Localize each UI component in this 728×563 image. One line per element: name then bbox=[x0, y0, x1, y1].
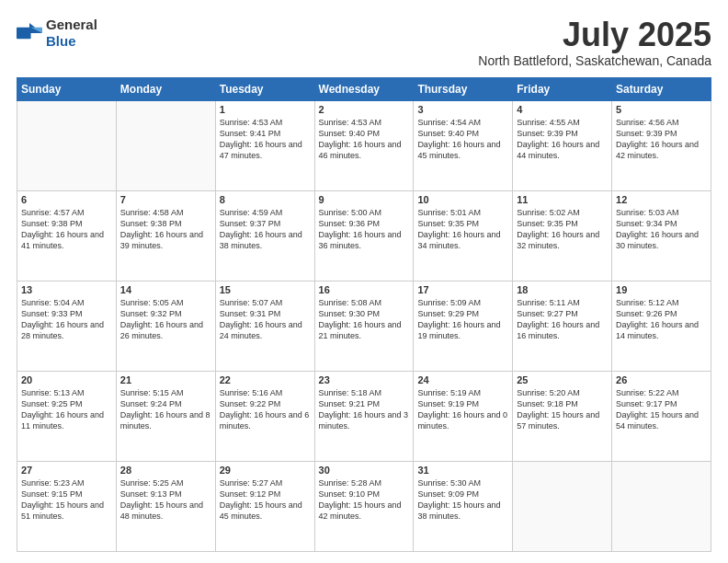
day-number: 26 bbox=[616, 374, 707, 385]
day-info: Sunrise: 5:16 AM Sunset: 9:22 PM Dayligh… bbox=[220, 387, 311, 432]
day-number: 16 bbox=[319, 284, 410, 295]
day-info: Sunrise: 4:59 AM Sunset: 9:37 PM Dayligh… bbox=[220, 207, 311, 252]
day-info: Sunrise: 5:23 AM Sunset: 9:15 PM Dayligh… bbox=[21, 477, 112, 523]
weekday-header-monday: Monday bbox=[116, 77, 215, 100]
day-info: Sunrise: 4:56 AM Sunset: 9:39 PM Dayligh… bbox=[616, 117, 707, 162]
day-number: 11 bbox=[517, 194, 608, 205]
calendar-cell: 7Sunrise: 4:58 AM Sunset: 9:38 PM Daylig… bbox=[116, 190, 215, 281]
location-subtitle: North Battleford, Saskatchewan, Canada bbox=[478, 53, 711, 68]
day-number: 18 bbox=[517, 284, 608, 295]
calendar-cell: 20Sunrise: 5:13 AM Sunset: 9:25 PM Dayli… bbox=[17, 371, 117, 461]
day-info: Sunrise: 5:11 AM Sunset: 9:27 PM Dayligh… bbox=[517, 297, 608, 342]
day-number: 4 bbox=[517, 104, 608, 115]
day-info: Sunrise: 4:55 AM Sunset: 9:39 PM Dayligh… bbox=[517, 117, 608, 162]
calendar-cell: 24Sunrise: 5:19 AM Sunset: 9:19 PM Dayli… bbox=[414, 371, 513, 461]
calendar-cell: 30Sunrise: 5:28 AM Sunset: 9:10 PM Dayli… bbox=[314, 461, 414, 551]
day-info: Sunrise: 5:27 AM Sunset: 9:12 PM Dayligh… bbox=[220, 477, 311, 523]
calendar-cell: 5Sunrise: 4:56 AM Sunset: 9:39 PM Daylig… bbox=[612, 100, 711, 190]
day-number: 30 bbox=[319, 465, 410, 476]
day-number: 8 bbox=[220, 194, 311, 205]
day-number: 14 bbox=[120, 284, 211, 295]
day-info: Sunrise: 5:22 AM Sunset: 9:17 PM Dayligh… bbox=[616, 387, 707, 432]
day-info: Sunrise: 4:54 AM Sunset: 9:40 PM Dayligh… bbox=[417, 117, 508, 162]
weekday-header-tuesday: Tuesday bbox=[215, 77, 314, 100]
calendar-cell: 29Sunrise: 5:27 AM Sunset: 9:12 PM Dayli… bbox=[215, 461, 314, 551]
calendar-week-5: 27Sunrise: 5:23 AM Sunset: 9:15 PM Dayli… bbox=[17, 461, 711, 551]
weekday-header-saturday: Saturday bbox=[612, 77, 711, 100]
calendar-cell bbox=[513, 461, 612, 551]
calendar-table: SundayMondayTuesdayWednesdayThursdayFrid… bbox=[17, 77, 711, 552]
logo-icon bbox=[17, 23, 42, 43]
calendar-cell: 27Sunrise: 5:23 AM Sunset: 9:15 PM Dayli… bbox=[17, 461, 117, 551]
calendar-week-2: 6Sunrise: 4:57 AM Sunset: 9:38 PM Daylig… bbox=[17, 190, 711, 281]
day-number: 28 bbox=[120, 465, 211, 476]
calendar-cell: 28Sunrise: 5:25 AM Sunset: 9:13 PM Dayli… bbox=[116, 461, 215, 551]
page: General Blue July 2025 North Battleford,… bbox=[0, 0, 728, 563]
calendar-cell: 17Sunrise: 5:09 AM Sunset: 9:29 PM Dayli… bbox=[414, 281, 513, 371]
day-info: Sunrise: 5:15 AM Sunset: 9:24 PM Dayligh… bbox=[120, 387, 211, 432]
calendar-cell bbox=[116, 100, 215, 190]
day-info: Sunrise: 4:53 AM Sunset: 9:41 PM Dayligh… bbox=[220, 117, 311, 162]
svg-rect-0 bbox=[17, 28, 31, 39]
title-block: July 2025 North Battleford, Saskatchewan… bbox=[478, 17, 711, 68]
day-number: 22 bbox=[220, 374, 311, 385]
weekday-header-friday: Friday bbox=[513, 77, 612, 100]
logo-text: General Blue bbox=[46, 17, 97, 50]
calendar-cell: 12Sunrise: 5:03 AM Sunset: 9:34 PM Dayli… bbox=[612, 190, 711, 281]
day-number: 25 bbox=[517, 374, 608, 385]
calendar-week-1: 1Sunrise: 4:53 AM Sunset: 9:41 PM Daylig… bbox=[17, 100, 711, 190]
day-number: 20 bbox=[21, 374, 112, 385]
calendar-cell: 13Sunrise: 5:04 AM Sunset: 9:33 PM Dayli… bbox=[17, 281, 117, 371]
day-number: 29 bbox=[220, 465, 311, 476]
day-info: Sunrise: 5:04 AM Sunset: 9:33 PM Dayligh… bbox=[21, 297, 112, 342]
day-info: Sunrise: 5:01 AM Sunset: 9:35 PM Dayligh… bbox=[417, 207, 508, 252]
day-number: 5 bbox=[616, 104, 707, 115]
calendar-cell: 9Sunrise: 5:00 AM Sunset: 9:36 PM Daylig… bbox=[314, 190, 414, 281]
day-number: 17 bbox=[417, 284, 508, 295]
day-number: 27 bbox=[21, 465, 112, 476]
day-info: Sunrise: 5:00 AM Sunset: 9:36 PM Dayligh… bbox=[319, 207, 410, 252]
header: General Blue July 2025 North Battleford,… bbox=[17, 17, 711, 68]
day-info: Sunrise: 5:18 AM Sunset: 9:21 PM Dayligh… bbox=[319, 387, 410, 432]
calendar-cell: 14Sunrise: 5:05 AM Sunset: 9:32 PM Dayli… bbox=[116, 281, 215, 371]
day-number: 13 bbox=[21, 284, 112, 295]
calendar-cell: 26Sunrise: 5:22 AM Sunset: 9:17 PM Dayli… bbox=[612, 371, 711, 461]
calendar-cell: 3Sunrise: 4:54 AM Sunset: 9:40 PM Daylig… bbox=[414, 100, 513, 190]
calendar-header-row: SundayMondayTuesdayWednesdayThursdayFrid… bbox=[17, 77, 711, 100]
calendar-cell: 19Sunrise: 5:12 AM Sunset: 9:26 PM Dayli… bbox=[612, 281, 711, 371]
calendar-cell: 15Sunrise: 5:07 AM Sunset: 9:31 PM Dayli… bbox=[215, 281, 314, 371]
weekday-header-wednesday: Wednesday bbox=[314, 77, 414, 100]
day-info: Sunrise: 5:28 AM Sunset: 9:10 PM Dayligh… bbox=[319, 477, 410, 523]
logo: General Blue bbox=[17, 17, 97, 50]
day-number: 7 bbox=[120, 194, 211, 205]
calendar-cell: 23Sunrise: 5:18 AM Sunset: 9:21 PM Dayli… bbox=[314, 371, 414, 461]
day-info: Sunrise: 4:53 AM Sunset: 9:40 PM Dayligh… bbox=[319, 117, 410, 162]
calendar-cell: 16Sunrise: 5:08 AM Sunset: 9:30 PM Dayli… bbox=[314, 281, 414, 371]
day-number: 19 bbox=[616, 284, 707, 295]
calendar-cell: 11Sunrise: 5:02 AM Sunset: 9:35 PM Dayli… bbox=[513, 190, 612, 281]
calendar-week-4: 20Sunrise: 5:13 AM Sunset: 9:25 PM Dayli… bbox=[17, 371, 711, 461]
calendar-cell: 31Sunrise: 5:30 AM Sunset: 9:09 PM Dayli… bbox=[414, 461, 513, 551]
calendar-cell: 1Sunrise: 4:53 AM Sunset: 9:41 PM Daylig… bbox=[215, 100, 314, 190]
month-title: July 2025 bbox=[478, 17, 711, 53]
day-number: 15 bbox=[220, 284, 311, 295]
day-info: Sunrise: 5:07 AM Sunset: 9:31 PM Dayligh… bbox=[220, 297, 311, 342]
day-info: Sunrise: 5:03 AM Sunset: 9:34 PM Dayligh… bbox=[616, 207, 707, 252]
day-number: 24 bbox=[417, 374, 508, 385]
weekday-header-thursday: Thursday bbox=[414, 77, 513, 100]
day-number: 12 bbox=[616, 194, 707, 205]
calendar-cell: 6Sunrise: 4:57 AM Sunset: 9:38 PM Daylig… bbox=[17, 190, 117, 281]
calendar-cell: 2Sunrise: 4:53 AM Sunset: 9:40 PM Daylig… bbox=[314, 100, 414, 190]
calendar-cell: 22Sunrise: 5:16 AM Sunset: 9:22 PM Dayli… bbox=[215, 371, 314, 461]
calendar-cell: 4Sunrise: 4:55 AM Sunset: 9:39 PM Daylig… bbox=[513, 100, 612, 190]
day-number: 9 bbox=[319, 194, 410, 205]
day-info: Sunrise: 4:57 AM Sunset: 9:38 PM Dayligh… bbox=[21, 207, 112, 252]
calendar-cell: 18Sunrise: 5:11 AM Sunset: 9:27 PM Dayli… bbox=[513, 281, 612, 371]
day-number: 23 bbox=[319, 374, 410, 385]
day-info: Sunrise: 4:58 AM Sunset: 9:38 PM Dayligh… bbox=[120, 207, 211, 252]
logo-general: General bbox=[46, 17, 97, 32]
calendar-week-3: 13Sunrise: 5:04 AM Sunset: 9:33 PM Dayli… bbox=[17, 281, 711, 371]
calendar-cell bbox=[612, 461, 711, 551]
day-info: Sunrise: 5:02 AM Sunset: 9:35 PM Dayligh… bbox=[517, 207, 608, 252]
day-number: 2 bbox=[319, 104, 410, 115]
